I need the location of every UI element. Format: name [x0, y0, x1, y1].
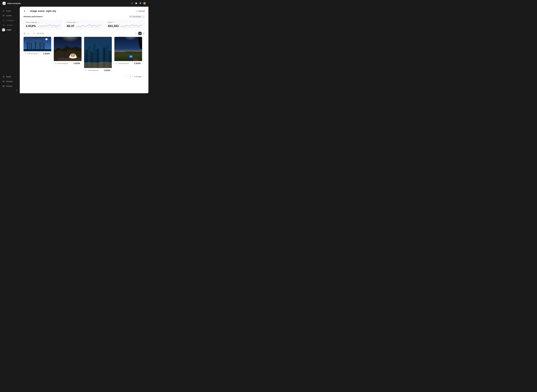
sidebar: Create Content Campaigns Activation Insi…: [0, 7, 20, 93]
sidebar-item-label: Insights: [6, 29, 11, 31]
back-button[interactable]: [23, 10, 26, 13]
sort-button[interactable]: [27, 32, 29, 34]
thumbnail: [54, 37, 82, 61]
metric-value: $0.37: [67, 24, 74, 28]
sparkline: [76, 24, 101, 28]
chart-icon: [2, 28, 5, 31]
svg-rect-39: [39, 42, 41, 50]
sidebar-item-products[interactable]: Products: [0, 84, 20, 89]
svg-rect-40: [41, 41, 43, 50]
sidebar-item-insights[interactable]: Insights: [0, 28, 20, 32]
svg-point-13: [3, 24, 4, 26]
image-card[interactable]: Click-through rate 1.012%: [23, 37, 51, 56]
sidebar-item-personas[interactable]: Personas: [0, 79, 20, 84]
chevron-down-icon: [142, 16, 144, 17]
svg-rect-34: [29, 41, 30, 50]
calendar-icon: [130, 16, 131, 17]
brush-icon: [2, 9, 5, 12]
svg-point-30: [144, 33, 144, 34]
svg-rect-37: [35, 42, 36, 50]
shield-b-icon: B: [2, 75, 5, 78]
svg-point-93: [129, 55, 133, 58]
brand-name: Adobe GenStudio: [7, 2, 21, 4]
svg-rect-71: [86, 51, 86, 51]
toolbar-left: 712 of 712: [23, 32, 44, 35]
svg-point-8: [133, 4, 133, 4]
svg-rect-19: [3, 86, 3, 87]
card-metric-value: 1.012%: [134, 62, 141, 65]
svg-rect-83: [94, 52, 94, 52]
svg-rect-50: [58, 58, 82, 61]
card-metric-value: 1.012%: [74, 62, 80, 65]
svg-rect-26: [139, 33, 140, 33]
info-icon[interactable]: [38, 22, 40, 23]
metric-label: Click-through rate: [26, 22, 37, 23]
sparkline: [37, 24, 60, 28]
sidebar-item-activation[interactable]: Activation: [0, 23, 20, 28]
download-button[interactable]: Download: [135, 10, 145, 12]
main-panel: Image scene: night sky Download Attribut…: [20, 7, 148, 93]
metric-label: Spend: [108, 22, 112, 23]
divider: [31, 32, 31, 35]
svg-point-6: [131, 4, 132, 4]
svg-rect-36: [32, 40, 34, 50]
search-button[interactable]: [33, 32, 35, 34]
apps-icon[interactable]: [131, 2, 133, 5]
svg-point-20: [4, 86, 4, 87]
avatar[interactable]: [143, 2, 146, 5]
results-toolbar: 712 of 712: [23, 32, 145, 35]
sidebar-item-label: Personas: [6, 81, 13, 82]
svg-rect-76: [95, 49, 95, 49]
image-card[interactable]: Click-through rate 1.012%: [54, 37, 82, 66]
next-page-button[interactable]: [143, 76, 145, 78]
sidebar-item-label: Campaigns: [6, 19, 14, 21]
page-input[interactable]: [128, 75, 133, 78]
metric-label: Cost per click: [67, 22, 75, 23]
svg-rect-38: [37, 40, 39, 50]
svg-point-58: [78, 39, 79, 40]
collapse-sidebar-button[interactable]: [14, 89, 20, 92]
cursor-icon: [86, 70, 87, 71]
notifications-icon[interactable]: [139, 2, 141, 5]
card-metric-label: Click-through rate: [27, 53, 38, 54]
svg-rect-72: [87, 52, 87, 53]
metric-card-spend[interactable]: Spend $41,551: [106, 20, 145, 30]
metric-card-cpc[interactable]: Cost per click $0.37: [65, 20, 103, 30]
panel-header: Image scene: night sky Download: [23, 9, 145, 13]
info-icon[interactable]: [113, 22, 115, 23]
list-view-button[interactable]: [134, 32, 137, 35]
section-title: Attribute performance: [23, 16, 43, 18]
svg-rect-35: [31, 43, 32, 50]
settings-button[interactable]: [143, 32, 145, 34]
panel-header-left: Image scene: night sky: [23, 9, 56, 13]
svg-point-43: [27, 38, 27, 39]
info-icon[interactable]: [76, 22, 78, 23]
sidebar-item-content[interactable]: Content: [0, 13, 20, 18]
sidebar-item-brands[interactable]: B Brands: [0, 74, 20, 79]
image-card[interactable]: Click-through rate 1.012%: [84, 37, 112, 73]
metric-value: 1.012%: [26, 24, 36, 28]
thumbnail: [84, 37, 112, 68]
sidebar-item-label: Activation: [6, 24, 13, 26]
calendar-icon: [2, 19, 5, 22]
image-card[interactable]: Click-through rate 1.012%: [114, 37, 142, 66]
adobe-logo[interactable]: [3, 2, 6, 5]
prev-page-button[interactable]: [125, 76, 127, 78]
svg-point-32: [45, 38, 47, 40]
filter-button[interactable]: [23, 32, 26, 34]
sidebar-item-create[interactable]: Create: [0, 9, 20, 13]
users-icon: [2, 80, 5, 83]
svg-rect-11: [3, 15, 4, 16]
date-range-picker[interactable]: Last 30 days: [129, 15, 145, 18]
nav-bottom-group: B Brands Personas Products: [0, 74, 20, 89]
svg-point-7: [132, 4, 132, 4]
help-icon[interactable]: ?: [135, 2, 137, 5]
svg-point-16: [4, 81, 4, 81]
page-total-label: of 40 pages: [134, 76, 142, 77]
sidebar-item-campaigns[interactable]: Campaigns: [0, 18, 20, 23]
result-count: 712 of 712: [37, 33, 44, 34]
grid-view-button[interactable]: [138, 32, 142, 35]
shapes-icon: [2, 85, 5, 88]
svg-text:B: B: [3, 76, 4, 77]
metric-card-ctr[interactable]: Click-through rate 1.012%: [23, 20, 62, 30]
